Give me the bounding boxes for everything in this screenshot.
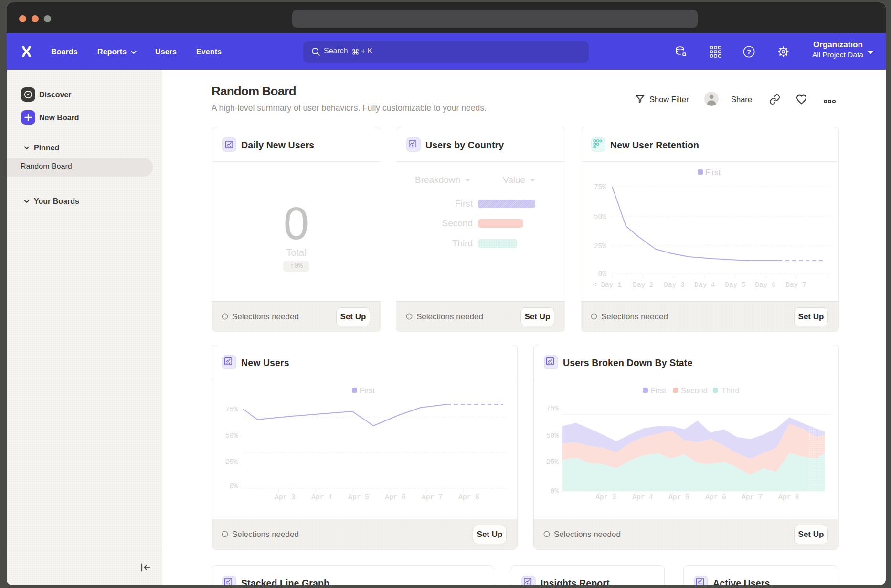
svg-text:75%: 75% [225,406,238,413]
svg-text:0%: 0% [598,270,607,278]
svg-text:Day 6: Day 6 [755,281,776,289]
svg-text:< Day 1: < Day 1 [593,281,622,289]
svg-text:Apr 8: Apr 8 [458,494,479,501]
svg-text:75%: 75% [594,183,606,191]
svg-text:First: First [360,386,375,395]
svg-text:0%: 0% [551,487,559,495]
svg-text:Apr 5: Apr 5 [348,494,369,501]
svg-text:50%: 50% [225,432,238,440]
svg-text:25%: 25% [225,458,238,466]
svg-text:First: First [705,168,721,177]
svg-text:?: ? [747,48,751,56]
svg-text:Apr 4: Apr 4 [632,494,653,501]
svg-text:Third: Third [721,386,740,395]
svg-text:50%: 50% [546,432,559,440]
svg-text:Apr 7: Apr 7 [422,494,443,501]
svg-text:Second: Second [681,386,708,395]
svg-text:Apr 3: Apr 3 [275,494,296,501]
svg-text:0%: 0% [230,483,238,490]
svg-text:Apr 3: Apr 3 [595,494,616,501]
svg-text:Apr 5: Apr 5 [668,494,689,501]
svg-text:Day 2: Day 2 [633,281,654,289]
svg-text:75%: 75% [546,405,559,412]
svg-text:25%: 25% [594,242,606,250]
svg-text:Day 3: Day 3 [664,281,685,289]
svg-text:Apr 4: Apr 4 [311,494,332,501]
svg-text:Apr 6: Apr 6 [385,494,406,501]
svg-text:Day 5: Day 5 [725,281,746,289]
svg-text:Apr 8: Apr 8 [778,494,799,501]
svg-text:50%: 50% [594,213,606,220]
svg-text:Day 7: Day 7 [785,281,806,289]
svg-text:Apr 7: Apr 7 [742,494,763,501]
svg-text:25%: 25% [546,458,559,466]
svg-text:Day 4: Day 4 [694,281,715,289]
svg-text:Apr 6: Apr 6 [705,494,726,501]
svg-text:First: First [651,386,666,395]
